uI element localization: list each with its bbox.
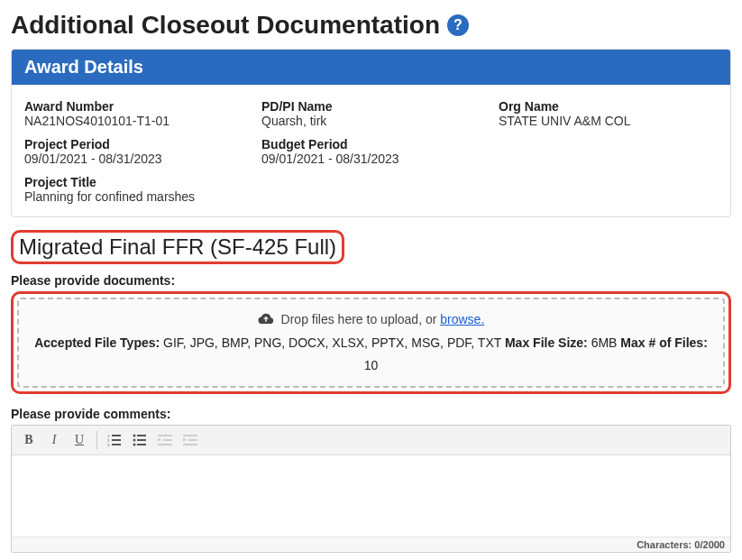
char-counter: Characters: 0/2000: [12, 537, 730, 552]
accepted-types-label: Accepted File Types:: [34, 335, 160, 350]
comments-label: Please provide comments:: [11, 407, 731, 421]
comments-editor: B I U 123 Characters: 0/2000: [11, 425, 731, 553]
project-title-label: Project Title: [24, 175, 718, 189]
project-period-label: Project Period: [24, 137, 243, 151]
page-title: Additional Closeout Documentation ?: [11, 11, 731, 40]
section-title: Migrated Final FFR (SF-425 Full): [11, 230, 344, 264]
help-icon[interactable]: ?: [447, 14, 469, 36]
org-value: STATE UNIV A&M COL: [499, 114, 718, 128]
outdent-button[interactable]: [153, 429, 177, 451]
max-size: 6MB: [588, 335, 621, 350]
page-title-text: Additional Closeout Documentation: [11, 11, 440, 40]
editor-toolbar: B I U 123: [12, 426, 730, 455]
underline-button[interactable]: U: [68, 429, 91, 451]
svg-rect-10: [137, 439, 146, 441]
section-title-wrap: Migrated Final FFR (SF-425 Full): [11, 230, 731, 264]
max-files: 10: [364, 358, 379, 372]
pdpi-label: PD/PI Name: [261, 99, 481, 114]
pdpi-value: Quarsh, tirk: [261, 114, 481, 128]
documents-label: Please provide documents:: [11, 273, 731, 288]
comments-textarea[interactable]: [12, 455, 730, 537]
svg-rect-11: [137, 444, 146, 445]
dropzone-highlight: Drop files here to upload, or browse. Ac…: [11, 291, 731, 394]
italic-button[interactable]: I: [42, 429, 66, 451]
svg-rect-13: [163, 439, 172, 441]
char-label: Characters:: [637, 539, 694, 550]
toolbar-separator: [96, 431, 97, 449]
ordered-list-button[interactable]: 123: [103, 429, 126, 451]
unordered-list-button[interactable]: [128, 429, 151, 451]
max-files-label: Max # of Files:: [620, 335, 707, 350]
accepted-types: GIF, JPG, BMP, PNG, DOCX, XLSX, PPTX, MS…: [160, 335, 505, 350]
svg-rect-9: [137, 435, 146, 436]
svg-rect-2: [112, 444, 121, 445]
project-period-value: 09/01/2021 - 08/31/2023: [24, 151, 243, 166]
award-number-value: NA21NOS4010101-T1-01: [24, 114, 243, 128]
org-label: Org Name: [499, 99, 718, 114]
award-details-header: Award Details: [12, 50, 730, 85]
svg-rect-17: [183, 444, 197, 445]
svg-point-7: [133, 439, 136, 442]
award-number-label: Award Number: [24, 99, 243, 114]
max-size-label: Max File Size:: [505, 335, 588, 350]
char-count: 0/2000: [694, 539, 725, 550]
svg-text:3: 3: [107, 443, 110, 446]
svg-point-6: [133, 435, 136, 437]
indent-button[interactable]: [179, 429, 202, 451]
svg-point-8: [133, 444, 136, 446]
budget-period-value: 09/01/2021 - 08/31/2023: [261, 151, 481, 166]
svg-rect-15: [183, 435, 197, 436]
svg-rect-14: [158, 444, 172, 445]
project-title-value: Planning for confined marshes: [24, 189, 718, 204]
bold-button[interactable]: B: [17, 429, 41, 451]
browse-link[interactable]: browse.: [440, 312, 484, 326]
svg-rect-1: [112, 439, 121, 441]
budget-period-label: Budget Period: [261, 137, 481, 151]
svg-rect-0: [112, 435, 121, 436]
svg-rect-12: [158, 435, 172, 436]
drop-text: Drop files here to upload, or: [281, 312, 441, 326]
file-dropzone[interactable]: Drop files here to upload, or browse. Ac…: [17, 298, 725, 388]
cloud-upload-icon: [258, 309, 274, 332]
award-details-card: Award Details Award Number NA21NOS401010…: [11, 49, 731, 217]
svg-rect-16: [188, 439, 197, 441]
